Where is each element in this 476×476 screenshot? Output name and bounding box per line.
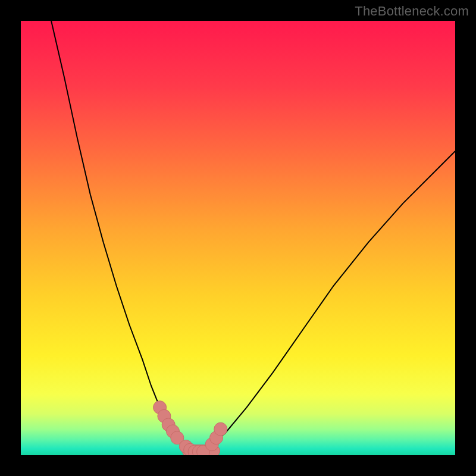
chart-curves bbox=[21, 21, 455, 455]
curve-right bbox=[195, 151, 455, 453]
plot-area bbox=[21, 21, 455, 455]
curve-left bbox=[51, 21, 195, 453]
watermark-text: TheBottleneck.com bbox=[355, 4, 469, 19]
outer-frame: TheBottleneck.com bbox=[0, 0, 476, 476]
marker-dot bbox=[214, 422, 227, 436]
optimal-zone-markers bbox=[154, 401, 227, 455]
